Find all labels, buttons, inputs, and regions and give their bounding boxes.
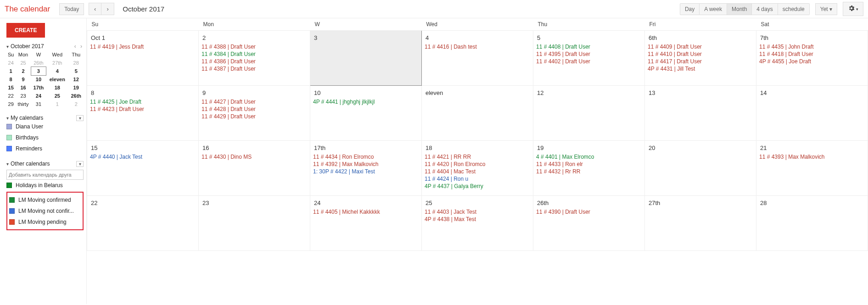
calendar-event[interactable]: 11 # 4390 | Draft User <box>536 208 642 216</box>
mini-day[interactable]: 26th <box>68 92 84 100</box>
calendar-event[interactable]: 4P # 4455 | Joe Draft <box>759 58 865 65</box>
mini-day[interactable]: 31 <box>31 100 46 108</box>
mini-day[interactable]: thirty <box>15 100 31 108</box>
calendar-event[interactable]: 11 # 4410 | Draft User <box>648 50 753 58</box>
mini-day[interactable]: 5 <box>68 67 84 75</box>
day-cell[interactable]: 28 <box>756 196 868 251</box>
calendar-event[interactable]: 4P # 4437 | Galya Berry <box>425 183 530 190</box>
calendar-event[interactable]: 11 # 4403 | Jack Test <box>425 208 530 216</box>
calendar-event[interactable]: 11 # 4433 | Ron elr <box>536 161 642 168</box>
other-calendars-menu-icon[interactable]: ▾ <box>76 161 84 167</box>
calendar-event[interactable]: 11 # 4434 | Ron Elromco <box>313 153 419 161</box>
mini-day[interactable]: 15 <box>6 83 15 92</box>
calendar-event[interactable]: 11 # 4428 | Draft User <box>202 105 307 113</box>
mini-day[interactable]: 25 <box>46 92 68 100</box>
day-cell[interactable]: 12 <box>533 86 645 141</box>
mini-day[interactable]: 12 <box>68 75 84 83</box>
day-cell[interactable]: 26th11 # 4390 | Draft User <box>533 196 645 251</box>
view-a-week-button[interactable]: A week <box>700 3 727 15</box>
mini-day[interactable]: 8 <box>6 75 15 83</box>
day-cell[interactable]: 6th11 # 4409 | Draft User11 # 4410 | Dra… <box>645 31 756 86</box>
mini-next-button[interactable]: › <box>79 43 84 50</box>
calendar-event[interactable]: 11 # 4435 | John Draft <box>759 43 865 50</box>
mini-day[interactable]: 19 <box>68 83 84 92</box>
calendar-event[interactable]: 11 # 4423 | Draft User <box>90 105 196 113</box>
calendar-event[interactable]: 11 # 4408 | Draft User <box>536 43 642 50</box>
day-cell[interactable]: 2511 # 4403 | Jack Test4P # 4438 | Max T… <box>422 196 533 251</box>
calendar-event[interactable]: 11 # 4393 | Max Malkovich <box>759 153 865 161</box>
calendar-event[interactable]: 11 # 4432 | Rr RR <box>536 168 642 175</box>
day-cell[interactable]: 2111 # 4393 | Max Malkovich <box>756 141 868 196</box>
day-cell[interactable]: 194 # 4401 | Max Elromco11 # 4433 | Ron … <box>533 141 645 196</box>
mini-day[interactable]: 9 <box>15 75 31 83</box>
calendar-event[interactable]: 11 # 4419 | Jess Draft <box>90 43 196 50</box>
view-schedule-button[interactable]: schedule <box>778 3 810 15</box>
calendar-item[interactable]: LM Moving not confir... <box>9 205 81 216</box>
mini-day[interactable]: 17th <box>31 83 46 92</box>
day-cell[interactable]: 104P # 4441 | jhghghj jlkjlkjl <box>310 86 422 141</box>
mini-day[interactable]: 24 <box>31 92 46 100</box>
calendar-event[interactable]: 11 # 4384 | Draft User <box>202 50 307 58</box>
day-cell[interactable]: 1811 # 4421 | RR RR11 # 4420 | Ron Elrom… <box>422 141 533 196</box>
day-cell[interactable]: 23 <box>199 196 310 251</box>
mini-day[interactable]: 24 <box>6 59 15 67</box>
mini-day[interactable]: 2 <box>68 100 84 108</box>
calendar-event[interactable]: 11 # 4416 | Dash test <box>425 43 530 50</box>
view-4-days-button[interactable]: 4 days <box>752 3 778 15</box>
today-button[interactable]: Today <box>59 3 84 15</box>
calendar-event[interactable]: 11 # 4386 | Draft User <box>202 58 307 65</box>
mini-day[interactable]: 16 <box>15 83 31 92</box>
day-cell[interactable]: 911 # 4427 | Draft User11 # 4428 | Draft… <box>199 86 310 141</box>
calendar-event[interactable]: 11 # 4429 | Draft User <box>202 113 307 120</box>
day-cell[interactable]: 2411 # 4405 | Michel Kakkkkk <box>310 196 422 251</box>
calendar-event[interactable]: 4 # 4401 | Max Elromco <box>536 153 642 161</box>
calendar-event[interactable]: 11 # 4430 | Dino MS <box>202 153 307 161</box>
calendar-item[interactable]: LM Moving pending <box>9 216 81 227</box>
mini-day[interactable]: 29 <box>6 100 15 108</box>
day-cell[interactable]: eleven <box>422 86 533 141</box>
calendar-event[interactable]: 1: 30P # 4422 | Maxi Test <box>313 168 419 175</box>
mini-day[interactable]: 4 <box>46 67 68 75</box>
mini-day[interactable]: 2 <box>15 67 31 75</box>
calendar-event[interactable]: 11 # 4402 | Draft User <box>536 58 642 65</box>
day-cell[interactable]: 22 <box>87 196 199 251</box>
day-cell[interactable]: 3 <box>310 31 422 86</box>
view-month-button[interactable]: Month <box>727 3 752 15</box>
mini-day[interactable]: 18 <box>46 83 68 92</box>
my-calendars-menu-icon[interactable]: ▾ <box>76 115 84 121</box>
calendar-event[interactable]: 11 # 4404 | Mac Test <box>425 168 530 175</box>
calendar-event[interactable]: 11 # 4409 | Draft User <box>648 43 753 50</box>
day-cell[interactable]: 811 # 4425 | Joe Draft11 # 4423 | Draft … <box>87 86 199 141</box>
mini-day[interactable]: 28 <box>68 59 84 67</box>
calendar-item[interactable]: Birthdays <box>6 132 84 143</box>
create-button[interactable]: CREATE <box>6 23 45 38</box>
calendar-event[interactable]: 11 # 4388 | Draft User <box>202 43 307 50</box>
calendar-event[interactable]: 4P # 4438 | Max Test <box>425 216 530 223</box>
collapse-icon[interactable]: ▾ <box>6 44 9 49</box>
mini-day[interactable]: eleven <box>46 75 68 83</box>
day-cell[interactable]: 411 # 4416 | Dash test <box>422 31 533 86</box>
calendar-event[interactable]: 11 # 4427 | Draft User <box>202 98 307 105</box>
calendar-event[interactable]: 11 # 4392 | Max Malkovich <box>313 161 419 168</box>
calendar-event[interactable]: 11 # 4417 | Draft User <box>648 58 753 65</box>
prev-period-button[interactable]: ‹ <box>89 3 101 15</box>
day-cell[interactable]: 154P # 4440 | Jack Test <box>87 141 199 196</box>
mini-day[interactable]: 1 <box>6 67 15 75</box>
day-cell[interactable]: 17th11 # 4434 | Ron Elromco11 # 4392 | M… <box>310 141 422 196</box>
mini-day[interactable]: 23 <box>15 92 31 100</box>
mini-day[interactable]: 3 <box>31 67 46 75</box>
calendar-item[interactable]: Diana User <box>6 121 84 132</box>
calendar-event[interactable]: 11 # 4387 | Draft User <box>202 65 307 72</box>
calendar-item[interactable]: Reminders <box>6 143 84 154</box>
day-cell[interactable]: 27th <box>645 196 756 251</box>
mini-day[interactable]: 22 <box>6 92 15 100</box>
other-calendars-header[interactable]: ▾ Other calendars ▾ <box>6 161 84 167</box>
calendar-item[interactable]: LM Moving confirmed <box>9 194 81 205</box>
mini-prev-button[interactable]: ‹ <box>73 43 78 50</box>
next-period-button[interactable]: › <box>101 3 114 15</box>
mini-day[interactable]: 1 <box>46 100 68 108</box>
day-cell[interactable]: 7th11 # 4435 | John Draft11 # 4418 | Dra… <box>756 31 868 86</box>
day-cell[interactable]: Oct 111 # 4419 | Jess Draft <box>87 31 199 86</box>
calendar-event[interactable]: 4P # 4440 | Jack Test <box>90 153 196 161</box>
mini-day[interactable]: 25 <box>15 59 31 67</box>
